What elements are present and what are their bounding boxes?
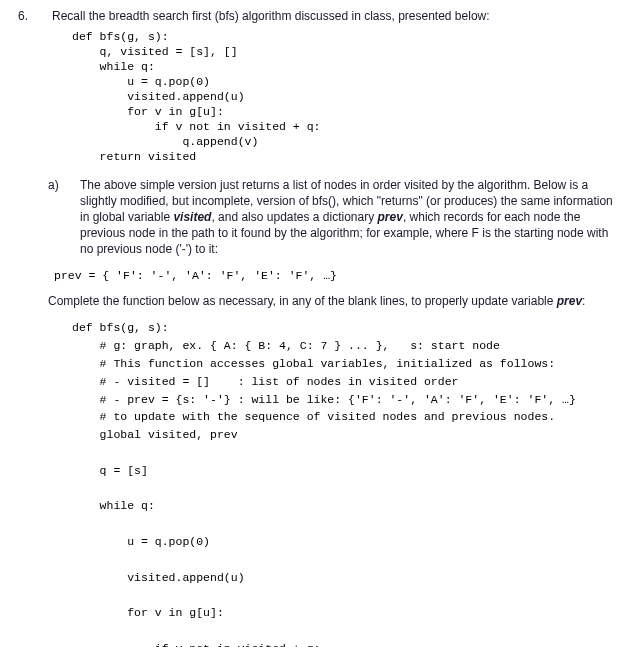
visited-em: visited xyxy=(173,210,211,224)
part-letter: a) xyxy=(48,177,62,258)
complete-prev-em: prev xyxy=(557,294,582,308)
question-header: 6. Recall the breadth search first (bfs)… xyxy=(18,8,622,24)
part-a-seg2: , and also updates a dictionary xyxy=(211,210,377,224)
code-block-2: def bfs(g, s): # g: graph, ex. { A: { B:… xyxy=(72,319,622,647)
code-block-1: def bfs(g, s): q, visited = [s], [] whil… xyxy=(72,30,622,164)
complete-seg2: : xyxy=(582,294,585,308)
question-text: Recall the breadth search first (bfs) al… xyxy=(52,8,490,24)
prev-example-line: prev = { 'F': '-', 'A': 'F', 'E': 'F', …… xyxy=(54,268,622,284)
complete-instruction: Complete the function below as necessary… xyxy=(48,293,622,309)
question-number: 6. xyxy=(18,8,28,24)
prev-em: prev xyxy=(378,210,403,224)
complete-seg1: Complete the function below as necessary… xyxy=(48,294,557,308)
part-a: a) The above simple version just returns… xyxy=(48,177,622,258)
part-a-text: The above simple version just returns a … xyxy=(80,177,622,258)
